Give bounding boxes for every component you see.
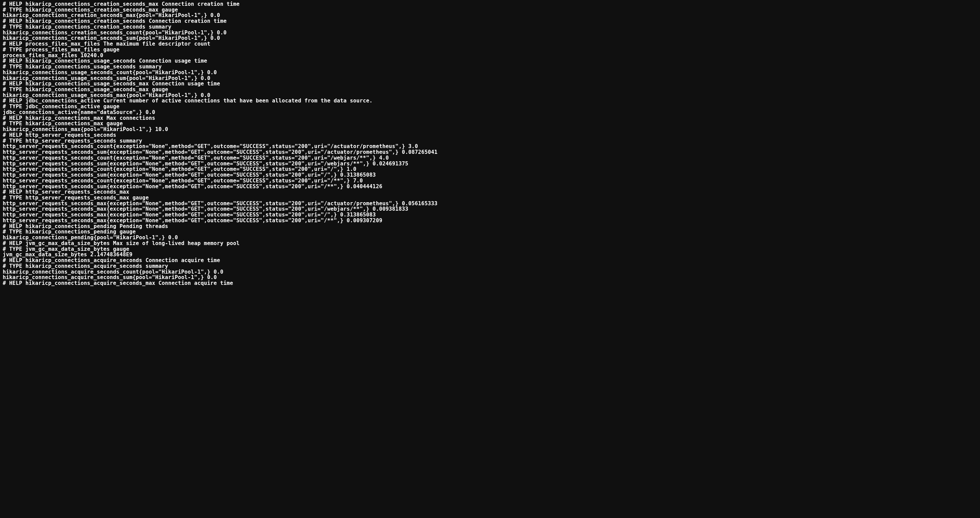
prometheus-metrics-output: # HELP hikaricp_connections_creation_sec… bbox=[0, 0, 980, 288]
